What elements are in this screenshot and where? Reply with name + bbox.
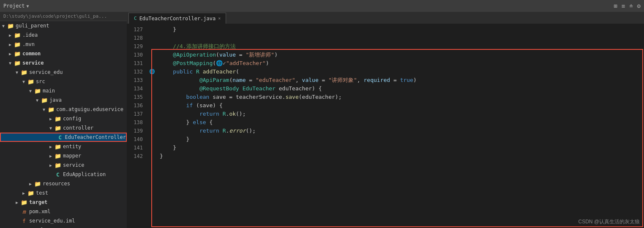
line-number: 132: [127, 68, 148, 76]
folder-icon: 📁: [34, 181, 41, 187]
gutter-cell: [148, 84, 156, 93]
code-line: }: [160, 152, 644, 160]
folder-icon: 📁: [14, 60, 21, 66]
project-label: Project ▼: [3, 3, 29, 9]
sidebar-item-controller[interactable]: ▼ 📁 controller: [0, 123, 127, 133]
arrow-icon: ▶: [47, 117, 54, 121]
sidebar-item-main[interactable]: ▼ 📁 main: [0, 86, 127, 95]
sidebar-item-edu-application[interactable]: C EduApplication: [0, 170, 127, 179]
folder-icon: 📁: [41, 97, 48, 103]
arrow-icon: ▶: [20, 191, 27, 195]
sidebar-item-pom-xml2[interactable]: m pom.xml: [0, 225, 127, 228]
folder-icon: 📁: [27, 190, 35, 196]
sidebar-item-com[interactable]: ▼ 📁 com.atguigu.eduservice: [0, 105, 127, 114]
code-container: 127 128 129 130 131 132 133 134 135 136 …: [127, 24, 644, 228]
sidebar-item-label: service_edu.iml: [29, 218, 75, 224]
sidebar-item-guli-parent[interactable]: ▼ 📁 guli_parent: [0, 21, 127, 30]
folder-icon: 📁: [54, 144, 62, 150]
line-number: 138: [127, 118, 148, 127]
gutter-cell: [148, 101, 156, 110]
project-path: D:\study\java\code\project\guli_pa...: [0, 12, 127, 21]
gutter-cell: [148, 152, 156, 160]
gutter-cell: [148, 135, 156, 144]
sidebar-item-mapper[interactable]: ▶ 📁 mapper: [0, 151, 127, 160]
sidebar-item-label: pom.xml: [29, 209, 51, 214]
code-editor[interactable]: C EduTeacherController.java × 127 128 12…: [127, 12, 644, 228]
settings-icon[interactable]: ⚙: [637, 3, 641, 9]
sidebar-item-pom-xml[interactable]: m pom.xml: [0, 207, 127, 216]
diff-icon[interactable]: ≐: [629, 3, 633, 9]
editor-tab[interactable]: C EduTeacherController.java ×: [128, 13, 226, 24]
code-line: public R addTeacher(: [160, 68, 644, 76]
sidebar-item-label: service: [63, 162, 85, 168]
arrow-icon: ▼: [47, 126, 54, 130]
sidebar-item-target[interactable]: ▶ 📁 target: [0, 198, 127, 207]
sidebar-item-test[interactable]: ▶ 📁 test: [0, 188, 127, 198]
sidebar-item-label: service: [22, 60, 44, 66]
sidebar-item-edu-teacher-controller[interactable]: C EduTeacherController: [0, 133, 127, 142]
sidebar-item-service[interactable]: ▼ 📁 service: [0, 58, 127, 68]
gutter-cell: [148, 34, 156, 42]
sidebar-item-java[interactable]: ▼ 📁 java: [0, 95, 127, 105]
sidebar-item-label: .idea: [22, 32, 38, 38]
project-sidebar[interactable]: D:\study\java\code\project\guli_pa... ▼ …: [0, 12, 127, 228]
sidebar-item-label: guli_parent: [16, 23, 49, 29]
sidebar-item-entity[interactable]: ▶ 📁 entity: [0, 142, 127, 151]
gutter-cell: [148, 25, 156, 34]
sidebar-item-label: com.atguigu.eduservice: [56, 106, 123, 112]
line-number: 127: [127, 25, 148, 34]
sidebar-item-label: resources: [43, 181, 70, 187]
line-numbers: 127 128 129 130 131 132 133 134 135 136 …: [127, 24, 148, 228]
sidebar-item-service-edu-iml[interactable]: f service_edu.iml: [0, 216, 127, 225]
sidebar-item-service-edu[interactable]: ▼ 📁 service_edu: [0, 68, 127, 77]
gutter-cell: [148, 42, 156, 51]
code-lines: } //4.添加讲师接口的方法 @ApiOperation(value = "新…: [156, 24, 644, 228]
folder-icon: 📁: [14, 41, 21, 48]
folder-icon: 📁: [20, 69, 28, 76]
line-number: 140: [127, 135, 148, 144]
path-text: D:\study\java\code\project\guli_pa...: [3, 14, 107, 19]
project-text: Project: [3, 3, 25, 9]
arrow-icon: ▶: [47, 163, 54, 168]
arrow-icon: ▶: [7, 52, 14, 56]
gutter-cell: [148, 59, 156, 68]
sidebar-item-label: config: [63, 116, 81, 122]
arrow-icon: ▼: [27, 89, 34, 93]
arrow-icon: ▶: [7, 42, 14, 47]
gutter-cell: [148, 110, 156, 118]
sidebar-item-service2[interactable]: ▶ 📁 service: [0, 160, 127, 170]
gutter-cell: [148, 118, 156, 127]
java-icon: C: [57, 134, 64, 141]
sidebar-item-label: src: [36, 79, 45, 84]
folder-icon: 📁: [54, 125, 62, 131]
line-number: 141: [127, 144, 148, 152]
editor-gutter: 🌐: [148, 24, 156, 228]
gutter-cell: [148, 51, 156, 59]
tab-java-icon: C: [134, 16, 137, 21]
main-layout: D:\study\java\code\project\guli_pa... ▼ …: [0, 12, 644, 228]
gutter-cell: 🌐: [148, 68, 156, 76]
arrow-icon: ▼: [14, 70, 20, 75]
arrow-icon: ▶: [47, 154, 54, 158]
sidebar-item-src[interactable]: ▼ 📁 src: [0, 77, 127, 86]
tab-close-button[interactable]: ×: [218, 16, 221, 21]
arrow-icon: ▼: [41, 107, 47, 112]
gutter-cell: [148, 127, 156, 135]
dropdown-arrow[interactable]: ▼: [27, 4, 29, 8]
gutter-cell: [148, 76, 156, 84]
code-line: boolean save = teacherService.save(eduTe…: [160, 93, 644, 101]
title-bar-icons: ⊞ ≡ ≐ ⚙: [614, 3, 641, 9]
sidebar-item-idea[interactable]: ▶ 📁 .idea: [0, 30, 127, 40]
sidebar-item-resources[interactable]: ▶ 📁 resources: [0, 179, 127, 188]
code-line: } else {: [160, 118, 644, 127]
folder-icon: 📁: [7, 23, 14, 29]
layout-icon[interactable]: ⊞: [614, 3, 617, 9]
folder-icon: 📁: [34, 88, 41, 94]
gutter-cell: [148, 93, 156, 101]
sidebar-item-config[interactable]: ▶ 📁 config: [0, 114, 127, 123]
line-number: 131: [127, 59, 148, 68]
list-icon[interactable]: ≡: [622, 3, 625, 9]
sidebar-item-mvn[interactable]: ▶ 📁 .mvn: [0, 40, 127, 49]
sidebar-item-common[interactable]: ▶ 📁 common: [0, 49, 127, 58]
code-line: //4.添加讲师接口的方法: [160, 42, 644, 51]
